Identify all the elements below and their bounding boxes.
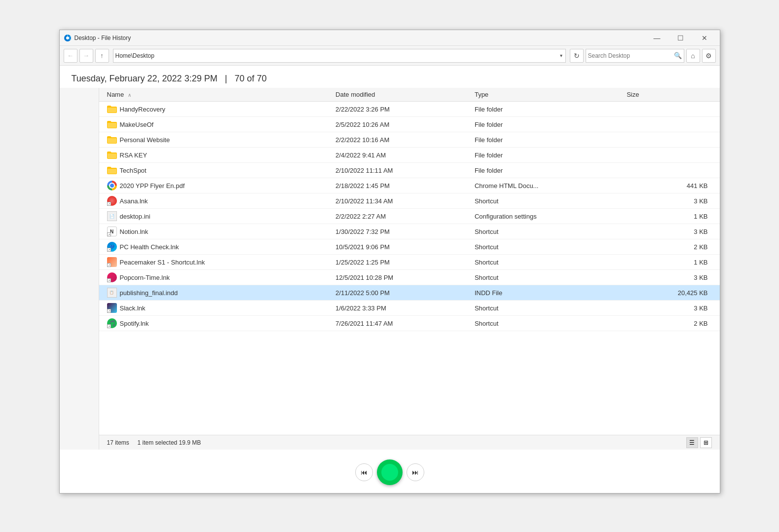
title-bar-left: Desktop - File History	[64, 34, 131, 42]
file-icon: 💙↗	[107, 242, 117, 252]
table-row[interactable]: 📋 publishing_final.indd 2/11/2022 5:00 P…	[99, 285, 720, 301]
cell-name: ↗ Slack.lnk	[99, 301, 332, 316]
file-icon	[107, 165, 117, 175]
table-row[interactable]: 💙↗ PC Health Check.lnk 10/5/2021 9:06 PM…	[99, 239, 720, 255]
cell-date: 2/10/2022 11:34 AM	[332, 193, 471, 209]
file-tbody: HandyRecovery 2/22/2022 3:26 PM File fol…	[99, 102, 720, 331]
search-icon: 🔍	[674, 52, 682, 59]
table-row[interactable]: N↗ Notion.lnk 1/30/2022 7:32 PM Shortcut…	[99, 224, 720, 239]
cell-type: INDD File	[471, 285, 623, 301]
status-bar: 17 items 1 item selected 19.9 MB ☰ ⊞	[99, 435, 720, 450]
cell-type: File folder	[471, 102, 623, 117]
cell-name: 🎵↗ Spotify.lnk	[99, 316, 332, 331]
folder-icon	[107, 120, 117, 128]
table-row[interactable]: ↗ Popcorn-Time.lnk 12/5/2021 10:28 PM Sh…	[99, 270, 720, 285]
cell-size: 2 KB	[623, 316, 719, 331]
table-row[interactable]: ↗ Slack.lnk 1/6/2022 3:33 PM Shortcut 3 …	[99, 301, 720, 316]
back-button[interactable]: ←	[64, 49, 77, 63]
cell-type: Configuration settings	[471, 209, 623, 224]
cell-type: Shortcut	[471, 316, 623, 331]
file-name: publishing_final.indd	[120, 289, 178, 297]
file-name: Notion.lnk	[120, 228, 148, 235]
app-icon	[64, 34, 72, 42]
file-icon: ↗	[107, 257, 117, 267]
shortcut-arrow: ↗	[107, 248, 111, 252]
file-icon	[107, 104, 117, 114]
prev-button[interactable]: ⏮	[355, 463, 373, 481]
cell-name: ↗ Peacemaker S1 - Shortcut.lnk	[99, 255, 332, 270]
close-button[interactable]: ✕	[693, 30, 716, 46]
file-icon	[107, 119, 117, 129]
home-button[interactable]: ⌂	[686, 49, 700, 63]
table-row[interactable]: ↗ Asana.lnk 2/10/2022 11:34 AM Shortcut …	[99, 193, 720, 209]
cell-date: 1/6/2022 3:33 PM	[332, 301, 471, 316]
title-bar: Desktop - File History — ☐ ✕	[60, 30, 720, 46]
file-icon: 📋	[107, 288, 117, 298]
search-input[interactable]	[588, 52, 674, 59]
cell-name: ↗ Asana.lnk	[99, 193, 332, 209]
search-container: 🔍	[586, 49, 684, 63]
cell-size	[623, 117, 719, 132]
address-dropdown-icon[interactable]: ▾	[559, 52, 563, 59]
file-name: Peacemaker S1 - Shortcut.lnk	[120, 259, 205, 266]
col-type[interactable]: Type	[471, 88, 623, 102]
cell-date: 2/11/2022 5:00 PM	[332, 285, 471, 301]
up-button[interactable]: ↑	[95, 49, 109, 63]
table-row[interactable]: 🎵↗ Spotify.lnk 7/26/2021 11:47 AM Shortc…	[99, 316, 720, 331]
minimize-button[interactable]: —	[646, 30, 668, 46]
file-list-scroll[interactable]: Name ∧ Date modified Type Size HandyReco…	[99, 88, 720, 435]
cell-size: 2 KB	[623, 239, 719, 255]
col-date[interactable]: Date modified	[332, 88, 471, 102]
cell-date: 12/5/2021 10:28 PM	[332, 270, 471, 285]
cell-type: File folder	[471, 117, 623, 132]
next-button[interactable]: ⏭	[407, 463, 424, 481]
table-row[interactable]: RSA KEY 2/4/2022 9:41 AM File folder	[99, 148, 720, 163]
window-title: Desktop - File History	[74, 35, 131, 41]
cell-type: Shortcut	[471, 193, 623, 209]
table-row[interactable]: 2020 YPP Flyer En.pdf 2/18/2022 1:45 PM …	[99, 178, 720, 193]
datetime-text: Tuesday, February 22, 2022 3:29 PM	[72, 74, 218, 83]
settings-button[interactable]: ⚙	[702, 49, 716, 63]
cell-name: 📄 desktop.ini	[99, 209, 332, 224]
table-row[interactable]: Personal Website 2/2/2022 10:16 AM File …	[99, 132, 720, 148]
col-size[interactable]: Size	[623, 88, 719, 102]
refresh-button[interactable]: ↻	[570, 49, 584, 63]
cell-size: 3 KB	[623, 193, 719, 209]
chrome-icon	[107, 181, 117, 190]
cell-name: 💙↗ PC Health Check.lnk	[99, 239, 332, 255]
file-name: Personal Website	[120, 136, 170, 144]
cell-date: 7/26/2021 11:47 AM	[332, 316, 471, 331]
info-bar: Tuesday, February 22, 2022 3:29 PM | 70 …	[60, 66, 720, 88]
cell-type: Shortcut	[471, 255, 623, 270]
items-count: 17 items	[107, 439, 129, 446]
address-input[interactable]	[115, 52, 559, 59]
table-row[interactable]: ↗ Peacemaker S1 - Shortcut.lnk 1/25/2022…	[99, 255, 720, 270]
cell-name: TechSpot	[99, 163, 332, 178]
list-view-button[interactable]: ☰	[686, 437, 698, 448]
col-name[interactable]: Name ∧	[99, 88, 332, 102]
file-table: Name ∧ Date modified Type Size HandyReco…	[99, 88, 720, 331]
file-name: RSA KEY	[120, 152, 148, 159]
table-row[interactable]: MakeUseOf 2/5/2022 10:26 AM File folder	[99, 117, 720, 132]
file-icon: ↗	[107, 272, 117, 282]
details-view-button[interactable]: ⊞	[700, 437, 712, 448]
restore-button[interactable]	[377, 459, 403, 485]
table-row[interactable]: HandyRecovery 2/22/2022 3:26 PM File fol…	[99, 102, 720, 117]
toolbar: ← → ↑ ▾ ↻ 🔍 ⌂ ⚙	[60, 46, 720, 66]
cell-name: 📋 publishing_final.indd	[99, 285, 332, 301]
file-name: Spotify.lnk	[120, 320, 149, 327]
cell-date: 2/4/2022 9:41 AM	[332, 148, 471, 163]
bottom-nav: ⏮ ⏭	[60, 450, 720, 493]
maximize-button[interactable]: ☐	[669, 30, 692, 46]
table-row[interactable]: 📄 desktop.ini 2/2/2022 2:27 AM Configura…	[99, 209, 720, 224]
cell-name: MakeUseOf	[99, 117, 332, 132]
file-icon	[107, 181, 117, 190]
table-row[interactable]: TechSpot 2/10/2022 11:11 AM File folder	[99, 163, 720, 178]
address-bar[interactable]: ▾	[113, 49, 566, 63]
folder-icon	[107, 151, 117, 159]
cell-date: 10/5/2021 9:06 PM	[332, 239, 471, 255]
restore-icon	[380, 462, 400, 482]
shortcut-arrow: ↗	[107, 324, 111, 328]
forward-button[interactable]: →	[79, 49, 93, 63]
file-name: MakeUseOf	[120, 121, 154, 128]
